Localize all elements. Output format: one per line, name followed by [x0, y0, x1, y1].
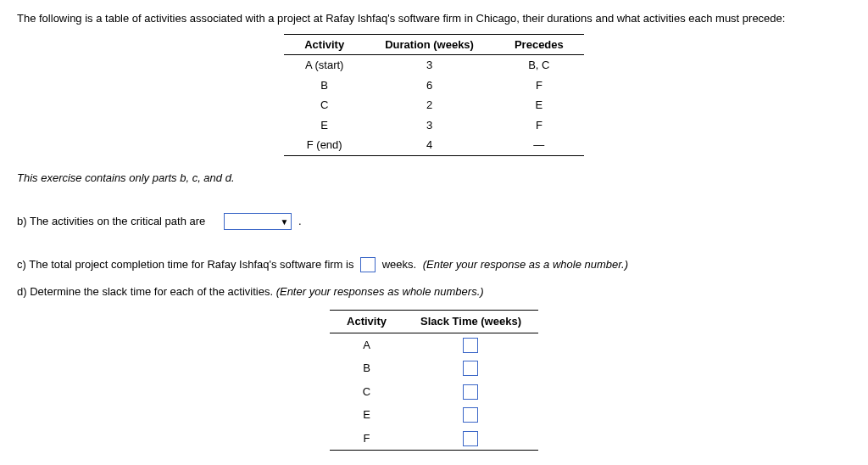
table-row: C	[330, 380, 538, 404]
part-b: b) The activities on the critical path a…	[17, 196, 851, 246]
table-header: Slack Time (weeks)	[403, 311, 538, 333]
table-header: Activity	[330, 311, 403, 333]
table-header: Precedes	[494, 34, 584, 55]
part-c-post: weeks.	[379, 256, 420, 273]
part-b-post: .	[295, 213, 301, 230]
part-d: d) Determine the slack time for each of …	[17, 283, 851, 300]
table-row: B	[330, 356, 538, 380]
table-row: B6F	[284, 76, 584, 96]
table-row: F (end)4—	[284, 135, 584, 155]
slack-table: Activity Slack Time (weeks) A B C E F	[330, 310, 538, 451]
slack-e-input[interactable]	[463, 407, 478, 423]
slack-c-input[interactable]	[463, 384, 478, 400]
table-row: F	[330, 427, 538, 451]
slack-f-input[interactable]	[463, 431, 478, 446]
table-header: Activity	[284, 34, 364, 55]
table-row: E	[330, 403, 538, 427]
table-row: A (start)3B, C	[284, 55, 584, 76]
slack-b-input[interactable]	[463, 361, 478, 376]
activity-table: Activity Duration (weeks) Precedes A (st…	[284, 34, 584, 156]
part-b-text: b) The activities on the critical path a…	[17, 213, 209, 230]
part-c: c) The total project completion time for…	[17, 256, 851, 273]
completion-time-input[interactable]	[360, 257, 376, 272]
part-c-text: c) The total project completion time for…	[17, 256, 357, 273]
table-row: C2E	[284, 95, 584, 115]
part-d-text: d) Determine the slack time for each of …	[17, 285, 276, 298]
part-d-hint: (Enter your responses as whole numbers.)	[276, 285, 484, 298]
table-header: Duration (weeks)	[364, 34, 494, 55]
intro-text: The following is a table of activities a…	[17, 10, 851, 27]
part-c-hint: (Enter your response as a whole number.)	[423, 256, 628, 273]
table-row: E3F	[284, 115, 584, 136]
critical-path-dropdown[interactable]	[224, 213, 292, 230]
exercise-note: This exercise contains only parts b, c, …	[17, 170, 851, 187]
table-row: A	[330, 333, 538, 356]
slack-a-input[interactable]	[463, 338, 478, 353]
